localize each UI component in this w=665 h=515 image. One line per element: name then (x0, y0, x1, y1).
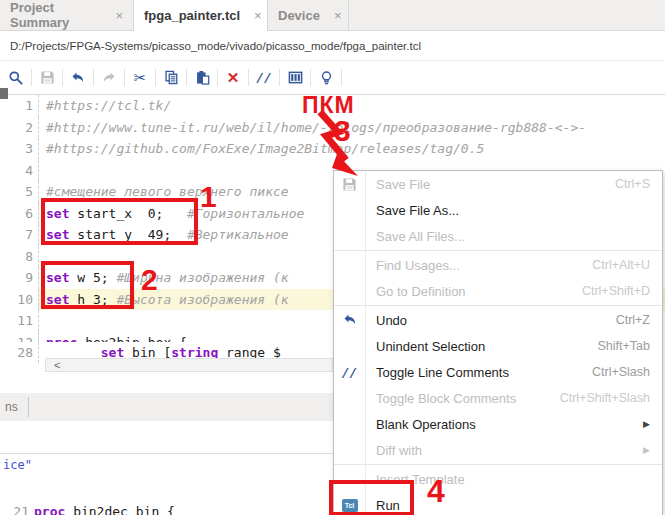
menu-item-blank-operations[interactable]: Blank Operations▶ (334, 411, 662, 437)
menu-item-diff-with: Diff with▶ (334, 437, 662, 463)
line-number: 10 (0, 289, 38, 311)
divider (186, 69, 187, 86)
menu-item-label: Save File (376, 177, 430, 192)
scroll-left-icon[interactable]: < (54, 359, 60, 371)
cut-icon[interactable]: ✂ (128, 66, 152, 90)
menu-item-save-file-as[interactable]: Save File As... (334, 197, 662, 223)
close-icon[interactable]: × (115, 8, 123, 23)
search-icon[interactable] (4, 66, 28, 90)
divider (93, 69, 94, 86)
close-icon[interactable]: × (334, 8, 342, 23)
menu-item-label: Diff with (376, 443, 422, 458)
menu-item-toggle-line-comments[interactable]: //Toggle Line CommentsCtrl+Slash (334, 359, 662, 385)
menu-shortcut: Ctrl+S (615, 177, 650, 191)
menu-item-save-all-files: Save All Files... (334, 223, 662, 249)
paste-icon[interactable] (190, 66, 214, 90)
menu-item-toggle-block-comments: Toggle Block CommentsCtrl+Shift+Slash (334, 385, 662, 411)
tab-label: Device (278, 8, 320, 23)
tab-fpga-painter-tcl[interactable]: fpga_painter.tcl × (133, 0, 268, 31)
divider (341, 69, 342, 86)
menu-item-label: Toggle Line Comments (376, 365, 509, 380)
menu-item-label: Toggle Block Comments (376, 391, 516, 406)
vivado-editor-window: Project Summary × fpga_painter.tcl × Dev… (0, 0, 665, 515)
menu-separator (334, 464, 662, 465)
menu-item-label: Blank Operations (376, 417, 476, 432)
line-number: 5 (0, 181, 38, 203)
annotation-step-2: 2 (141, 263, 158, 297)
line-number: 11 (0, 310, 38, 332)
divider (31, 69, 32, 86)
menu-separator (334, 250, 662, 251)
console-output-fragment: ice" (3, 458, 32, 472)
undo-icon[interactable] (66, 66, 90, 90)
submenu-arrow-icon: ▶ (643, 419, 650, 429)
redo-icon[interactable] (97, 66, 121, 90)
divider (310, 69, 311, 86)
menu-item-unindent-selection[interactable]: Unindent SelectionShift+Tab (334, 333, 662, 359)
menu-shortcut: Ctrl+Z (616, 313, 650, 327)
menu-item-label: Unindent Selection (376, 339, 485, 354)
editor-tab-bar: Project Summary × fpga_painter.tcl × Dev… (0, 0, 665, 31)
columns-icon[interactable] (283, 66, 307, 90)
menu-item-label: Undo (376, 313, 407, 328)
cropped-panel-edge (0, 88, 8, 99)
tab-label: fpga_painter.tcl (144, 8, 240, 23)
line-number: 7 (0, 224, 38, 246)
annotation-step-3: 3 (334, 114, 351, 148)
copy-icon[interactable] (159, 66, 183, 90)
tab-device[interactable]: Device × (268, 0, 349, 30)
toggle-comment-icon[interactable]: // (252, 66, 276, 90)
line-number: 6 (0, 203, 38, 225)
menu-shortcut: Ctrl+Shift+Slash (560, 391, 650, 405)
save-icon[interactable] (35, 66, 59, 90)
submenu-arrow-icon: ▶ (643, 445, 650, 455)
annotation-box-1 (41, 198, 198, 245)
undo-icon (334, 307, 365, 333)
annotation-box-2 (41, 261, 134, 309)
menu-item-label: Save All Files... (376, 229, 465, 244)
divider (62, 69, 63, 86)
bottom-panel-tab-fragment: ns (0, 400, 18, 414)
lightbulb-icon[interactable] (314, 66, 338, 90)
divider (279, 69, 280, 86)
divider (124, 69, 125, 86)
close-icon[interactable]: × (254, 8, 262, 23)
line-number: 9 (0, 267, 38, 289)
annotation-step-4: 4 (427, 473, 445, 510)
divider (28, 397, 29, 417)
menu-item-label: Go to Definition (376, 284, 466, 299)
menu-shortcut: Ctrl+Alt+U (592, 258, 650, 272)
code-text: proc bin2dec bin { (34, 502, 175, 515)
line-number: 21 (0, 502, 34, 515)
menu-shortcut: Shift+Tab (598, 339, 650, 353)
editor-toolbar: ✂✕// (0, 61, 665, 95)
menu-item-save-file: Save FileCtrl+S (334, 171, 662, 197)
code-line-fragment: 21proc bin2dec bin { (0, 502, 340, 515)
line-number: 8 (0, 246, 38, 268)
tab-label: Project Summary (10, 0, 101, 30)
toggle-comment-icon: // (334, 359, 365, 385)
menu-item-find-usages: Find Usages...Ctrl+Alt+U (334, 252, 662, 278)
line-number: 12 (0, 332, 38, 342)
horizontal-scrollbar[interactable]: < (45, 358, 333, 372)
annotation-box-4 (329, 480, 414, 515)
tab-project-summary[interactable]: Project Summary × (0, 0, 133, 30)
menu-separator (334, 305, 662, 306)
bottom-panel-header: ns (0, 393, 333, 421)
menu-item-label: Save File As... (376, 203, 459, 218)
divider (155, 69, 156, 86)
delete-icon[interactable]: ✕ (221, 66, 245, 90)
menu-shortcut: Ctrl+Slash (592, 365, 650, 379)
divider (248, 69, 249, 86)
line-number: 3 (0, 138, 38, 160)
file-path-bar: D:/Projects/FPGA-Systems/picasso_mode/vi… (0, 31, 665, 61)
menu-shortcut: Ctrl+Shift+D (582, 284, 650, 298)
menu-item-undo[interactable]: UndoCtrl+Z (334, 307, 662, 333)
menu-item-label: Find Usages... (376, 258, 460, 273)
line-number: 2 (0, 117, 38, 139)
divider (217, 69, 218, 86)
editor-context-menu: Save FileCtrl+SSave File As...Save All F… (333, 170, 663, 515)
divider (0, 453, 338, 454)
file-path: D:/Projects/FPGA-Systems/picasso_mode/vi… (10, 40, 421, 52)
annotation-step-1: 1 (200, 180, 217, 214)
